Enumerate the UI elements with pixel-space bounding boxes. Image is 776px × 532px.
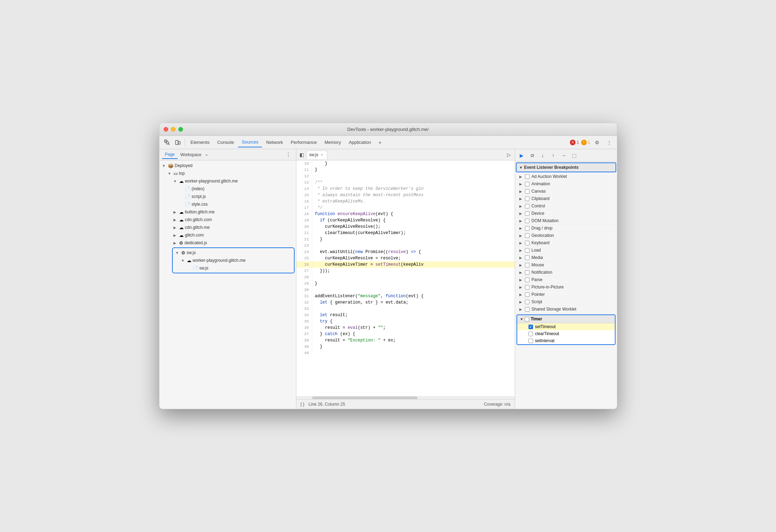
timer-checkbox-cleartimeout[interactable] [528,332,533,336]
bp-checkbox[interactable] [525,182,530,186]
tree-item-button-glitch[interactable]: ▶ ☁ button.glitch.me [171,208,296,216]
inspect-icon[interactable] [162,138,172,147]
warning-count[interactable]: ! 1 [581,140,590,145]
tab-performance[interactable]: Performance [287,138,320,147]
settings-icon[interactable]: ⚙ [592,138,602,147]
timer-item-setinterval[interactable]: setInterval [517,337,615,344]
step-button[interactable]: → [559,151,568,160]
more-tabs-icon[interactable]: » [204,151,209,158]
scrollbar-thumb[interactable] [312,397,417,399]
bp-item-device[interactable]: ▶ Device [515,210,617,217]
bp-item-shared-storage[interactable]: ▶ Shared Storage Worklet [515,306,617,313]
bp-item-canvas[interactable]: ▶ Canvas [515,188,617,195]
bp-checkbox[interactable] [525,300,530,304]
tree-item-worker-playground-nested[interactable]: ▼ ☁ worker-playground.glitch.me [178,257,294,264]
bp-item-clipboard[interactable]: ▶ Clipboard [515,195,617,202]
selected-group: ▼ ⚙ sw.js ▼ ☁ worker-playground.glitch.m… [172,247,295,273]
tree-item-glitch-com[interactable]: ▶ ☁ glitch.com [171,231,296,239]
tree-label: button.glitch.me [185,210,215,214]
timer-checkbox-setinterval[interactable] [528,339,533,343]
tab-more[interactable]: » [375,138,385,147]
timer-item-cleartimeout[interactable]: clearTimeout [517,330,615,337]
bp-checkbox[interactable] [525,255,530,260]
code-editor[interactable]: 10 } 11 } 12 13 /** 14 * In orde [296,160,515,396]
close-button[interactable] [164,127,168,132]
bp-item-animation[interactable]: ▶ Animation [515,180,617,188]
event-listener-breakpoints-header[interactable]: ▼ Event Listener Breakpoints [516,162,616,172]
timer-checkbox-settimeout[interactable]: ✓ [528,325,533,329]
bp-item-keyboard[interactable]: ▶ Keyboard [515,239,617,247]
bp-item-media[interactable]: ▶ Media [515,254,617,261]
tree-item-cdn-com[interactable]: ▶ ☁ cdn.glitch.com [171,216,296,224]
tab-memory[interactable]: Memory [321,138,344,147]
bp-item-pointer[interactable]: ▶ Pointer [515,291,617,298]
bp-checkbox[interactable] [525,197,530,201]
bp-item-parse[interactable]: ▶ Parse [515,276,617,284]
tree-item-stylecss[interactable]: 📄 style.css [176,200,296,208]
collapse-sidebar-icon[interactable]: ◧ [298,151,306,159]
horizontal-scrollbar[interactable] [296,396,515,399]
tree-item-index[interactable]: 📄 (index) [176,185,296,193]
tree-item-top[interactable]: ▼ ▭ top [165,169,296,177]
bp-item-ad-auction[interactable]: ▶ Ad Auction Worklet [515,173,617,180]
pretty-print-button[interactable]: { } [301,402,304,407]
bp-checkbox[interactable] [525,270,530,275]
tab-application[interactable]: Application [345,138,375,147]
bp-item-mouse[interactable]: ▶ Mouse [515,261,617,269]
error-count[interactable]: ✕ 1 [570,140,579,145]
bp-item-control[interactable]: ▶ Control [515,202,617,210]
bp-checkbox[interactable] [525,248,530,253]
more-options-icon[interactable]: ⋮ [604,138,614,147]
bp-checkbox[interactable] [525,263,530,267]
tab-console[interactable]: Console [214,138,238,147]
line-number: 33 [296,306,312,312]
step-out-button[interactable]: ↑ [549,151,558,160]
bp-item-pip[interactable]: ▶ Picture-in-Picture [515,284,617,291]
panel-options-icon[interactable]: ⋮ [283,151,293,159]
bp-item-drag-drop[interactable]: ▶ Drag / drop [515,225,617,232]
tab-workspace[interactable]: Workspace [178,151,204,159]
bp-checkbox[interactable] [525,189,530,194]
bp-item-dom-mutation[interactable]: ▶ DOM Mutation [515,217,617,225]
bp-checkbox[interactable] [525,285,530,290]
bp-item-script[interactable]: ▶ Script [515,298,617,306]
tree-item-swjs[interactable]: ▼ ⚙ sw.js [173,249,294,257]
bp-checkbox[interactable] [525,211,530,216]
bp-checkbox[interactable] [525,241,530,245]
tree-item-cdn-me[interactable]: ▶ ☁ cdn.glitch.me [171,224,296,231]
step-over-button[interactable] [528,151,537,160]
tab-sources[interactable]: Sources [238,138,262,147]
bp-checkbox[interactable] [525,292,530,297]
tab-page[interactable]: Page [162,151,178,159]
bp-checkbox[interactable] [525,219,530,223]
maximize-button[interactable] [178,127,183,132]
bp-item-notification[interactable]: ▶ Notification [515,269,617,276]
bp-item-load[interactable]: ▶ Load [515,247,617,254]
tab-network[interactable]: Network [263,138,287,147]
timer-section-header[interactable]: ▼ Timer [517,315,615,323]
bp-checkbox[interactable] [525,174,530,179]
deactivate-breakpoints-button[interactable]: ⬚ [570,151,579,160]
minimize-button[interactable] [171,127,176,132]
device-icon[interactable] [173,138,183,147]
resume-button[interactable]: ▶ [517,151,526,160]
close-tab-icon[interactable]: × [320,152,324,157]
frame-icon: ▭ [173,171,178,176]
expand-panel-icon[interactable]: ▷ [505,151,513,159]
tab-elements[interactable]: Elements [187,138,213,147]
tree-item-scriptjs[interactable]: 📄 script.js [176,193,296,200]
bp-checkbox[interactable] [525,226,530,231]
tree-item-deployed[interactable]: ▼ 📦 Deployed [159,162,296,169]
bp-checkbox[interactable] [525,278,530,282]
bp-checkbox[interactable] [525,233,530,238]
tree-item-worker-playground[interactable]: ▼ ☁ worker-playground.glitch.me [171,177,296,185]
timer-item-settimeout[interactable]: ✓ setTimeout [517,323,615,330]
bp-checkbox[interactable] [525,204,530,208]
step-into-button[interactable]: ↓ [538,151,547,160]
bp-item-geolocation[interactable]: ▶ Geolocation [515,232,617,239]
bp-checkbox[interactable] [525,307,530,312]
tree-item-swjs-file[interactable]: 📄 sw.js [184,264,294,272]
code-file-tab-swjs[interactable]: sw.js × [306,151,327,159]
timer-section-checkbox[interactable] [525,317,529,321]
tree-item-dedicatedjs[interactable]: ▶ ⚙ dedicated.js [171,239,296,247]
